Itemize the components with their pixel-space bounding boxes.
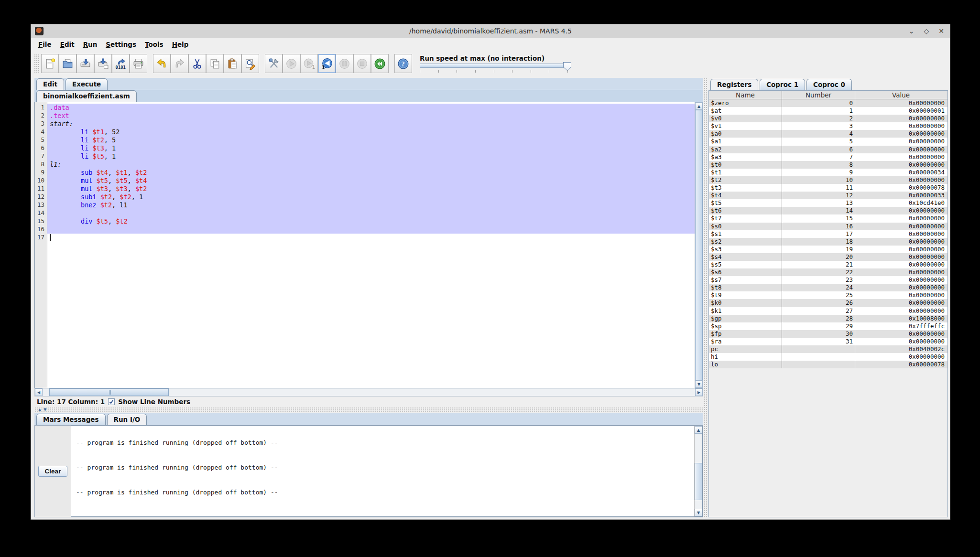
register-value-cell[interactable]: 0x00000000 xyxy=(855,130,947,138)
code-line-10[interactable]: mul $t5, $t5, $t4 xyxy=(47,177,695,185)
titlebar[interactable]: /home/david/binomialkoeffizient.asm - MA… xyxy=(31,24,950,38)
code-line-9[interactable]: sub $t4, $t1, $t2 xyxy=(47,169,695,177)
code-editor[interactable]: 1234567891011121314151617 .data.textstar… xyxy=(34,102,703,388)
register-value-cell[interactable]: 0x00000000 xyxy=(855,253,947,261)
runio-vertical-scrollbar[interactable]: ▲ ▼ xyxy=(694,426,702,516)
register-value-cell[interactable]: 0x00000000 xyxy=(855,176,947,184)
register-value-cell[interactable]: 0x00000078 xyxy=(855,184,947,192)
register-value-cell[interactable]: 0x00000000 xyxy=(855,230,947,238)
tab-execute[interactable]: Execute xyxy=(65,78,108,90)
editor-horizontal-scrollbar[interactable]: ◀ ▶ xyxy=(34,388,703,396)
register-value-cell[interactable]: 0x00000000 xyxy=(855,146,947,153)
register-value-cell[interactable]: 0x00000000 xyxy=(855,330,947,338)
register-value-cell[interactable]: 0x00000034 xyxy=(855,169,947,176)
paste-button[interactable] xyxy=(224,54,241,73)
register-value-cell[interactable]: 0x00000000 xyxy=(855,153,947,161)
scroll-right-icon[interactable]: ▶ xyxy=(695,388,703,396)
code-area[interactable]: .data.textstart: li $t1, 52 li $t2, 5 li… xyxy=(47,102,695,388)
code-line-14[interactable] xyxy=(47,209,695,217)
open-file-button[interactable] xyxy=(59,54,76,73)
register-value-cell[interactable]: 0x00000078 xyxy=(855,361,947,368)
scroll-left-icon[interactable]: ◀ xyxy=(35,388,43,396)
cut-button[interactable] xyxy=(188,54,206,73)
register-value-cell[interactable]: 0x00000000 xyxy=(855,214,947,222)
reset-button[interactable] xyxy=(371,54,389,73)
expand-up-icon[interactable]: ▲ xyxy=(38,408,41,412)
register-value-cell[interactable]: 0x10cd41e0 xyxy=(855,199,947,207)
registers-column-header-value[interactable]: Value xyxy=(855,91,947,99)
tab-edit[interactable]: Edit xyxy=(36,78,64,90)
code-line-17[interactable] xyxy=(47,234,695,242)
register-value-cell[interactable]: 0x00000000 xyxy=(855,338,947,345)
code-line-2[interactable]: .text xyxy=(47,112,695,120)
code-line-16[interactable] xyxy=(47,225,695,234)
register-value-cell[interactable]: 0x00000000 xyxy=(855,122,947,130)
register-value-cell[interactable]: 0x00000000 xyxy=(855,291,947,299)
maximize-window-icon[interactable]: ◇ xyxy=(924,28,929,34)
register-value-cell[interactable]: 0x00000000 xyxy=(855,99,947,107)
menu-help[interactable]: Help xyxy=(168,39,193,50)
register-value-cell[interactable]: 0x00000000 xyxy=(855,246,947,253)
code-line-6[interactable]: li $t3, 1 xyxy=(47,144,695,152)
scroll-up-icon[interactable]: ▲ xyxy=(695,102,703,110)
find-replace-button[interactable] xyxy=(241,54,259,73)
register-value-cell[interactable]: 0x00000033 xyxy=(855,192,947,199)
menu-file[interactable]: File xyxy=(34,39,56,50)
code-line-12[interactable]: subi $t2, $t2, 1 xyxy=(47,193,695,201)
editor-scrollbar-thumb[interactable] xyxy=(695,110,703,380)
tab-run-i-o[interactable]: Run I/O xyxy=(107,414,147,425)
register-value-cell[interactable]: 0x7fffeffc xyxy=(855,322,947,330)
register-value-cell[interactable]: 0x00000000 xyxy=(855,268,947,276)
help-button[interactable]: ? xyxy=(394,54,412,73)
register-value-cell[interactable]: 0x00000000 xyxy=(855,299,947,307)
scroll-up-icon[interactable]: ▲ xyxy=(695,426,702,434)
code-line-3[interactable]: start: xyxy=(47,120,695,128)
run-speed-slider[interactable] xyxy=(420,64,568,68)
register-value-cell[interactable]: 0x00000000 xyxy=(855,238,947,246)
code-line-8[interactable]: l1: xyxy=(47,161,695,169)
scroll-down-icon[interactable]: ▼ xyxy=(695,380,703,388)
register-value-cell[interactable]: 0x00000001 xyxy=(855,107,947,115)
expand-down-icon[interactable]: ▼ xyxy=(44,408,46,412)
register-value-cell[interactable]: 0x00000000 xyxy=(855,284,947,291)
save-button[interactable] xyxy=(76,54,94,73)
toolbar-grip-handle[interactable] xyxy=(34,54,39,73)
undo-button[interactable] xyxy=(153,54,171,73)
registers-column-header-name[interactable]: Name xyxy=(709,91,782,99)
save-as-button[interactable] xyxy=(94,54,112,73)
runio-scrollbar-thumb[interactable] xyxy=(695,463,702,500)
register-value-cell[interactable]: 0x00000000 xyxy=(855,207,947,214)
minimize-window-icon[interactable]: ⌄ xyxy=(909,28,915,34)
menu-tools[interactable]: Tools xyxy=(141,39,168,50)
menu-edit[interactable]: Edit xyxy=(56,39,79,50)
backstep-button[interactable]: 1 xyxy=(318,54,336,73)
code-line-5[interactable]: li $t2, 5 xyxy=(47,136,695,144)
scroll-down-icon[interactable]: ▼ xyxy=(695,509,702,516)
register-value-cell[interactable]: 0x00000000 xyxy=(855,353,947,361)
code-line-11[interactable]: mul $t3, $t3, $t2 xyxy=(47,185,695,193)
code-line-7[interactable]: li $t5, 1 xyxy=(47,152,695,161)
code-line-4[interactable]: li $t1, 52 xyxy=(47,128,695,136)
register-value-cell[interactable]: 0x10008000 xyxy=(855,315,947,322)
assemble-button[interactable] xyxy=(265,54,283,73)
run-io-output[interactable]: -- program is finished running (dropped … xyxy=(71,426,703,517)
tab-coproc-1[interactable]: Coproc 1 xyxy=(760,79,805,90)
editor-hscrollbar-thumb[interactable] xyxy=(49,388,169,396)
register-value-cell[interactable]: 0x0040002c xyxy=(855,345,947,353)
copy-button[interactable] xyxy=(206,54,224,73)
splitpane-divider[interactable]: ▲ ▼ xyxy=(34,407,703,413)
code-line-1[interactable]: .data xyxy=(47,104,695,112)
registers-column-header-number[interactable]: Number xyxy=(782,91,855,99)
editor-vertical-scrollbar[interactable]: ▲ ▼ xyxy=(695,102,703,388)
tab-mars-messages[interactable]: Mars Messages xyxy=(36,414,106,425)
dump-memory-button[interactable]: 0101 xyxy=(112,54,130,73)
new-file-button[interactable] xyxy=(41,54,59,73)
tab-file-binomialkoeffizient[interactable]: binomialkoeffizient.asm xyxy=(36,90,137,102)
register-value-cell[interactable]: 0x00000000 xyxy=(855,138,947,145)
tab-registers[interactable]: Registers xyxy=(710,79,758,90)
register-value-cell[interactable]: 0x00000000 xyxy=(855,161,947,169)
show-line-numbers-checkbox[interactable] xyxy=(108,398,115,405)
print-button[interactable] xyxy=(130,54,147,73)
close-window-icon[interactable]: ✕ xyxy=(938,28,944,34)
register-value-cell[interactable]: 0x00000000 xyxy=(855,276,947,284)
